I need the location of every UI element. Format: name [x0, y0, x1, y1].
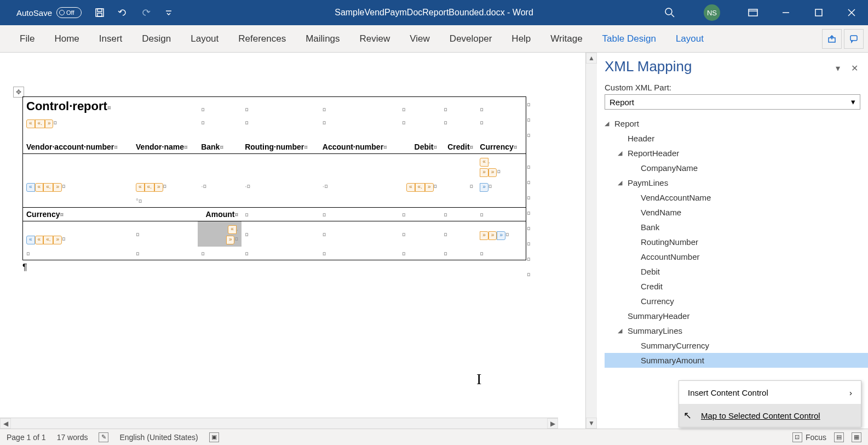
- comments-icon[interactable]: [844, 29, 864, 49]
- tab-insert[interactable]: Insert: [89, 25, 133, 53]
- status-language[interactable]: English (United States): [119, 433, 198, 442]
- autosave-toggle[interactable]: Off: [56, 7, 82, 18]
- redo-icon[interactable]: [140, 7, 152, 19]
- paym-debit-cc[interactable]: .¤: [399, 179, 440, 194]
- horizontal-scrollbar[interactable]: ◀ ▶: [0, 418, 558, 429]
- xml-pane-title: XML Mapping: [605, 58, 827, 75]
- sum-hdr-currency[interactable]: Currency¤: [23, 208, 133, 221]
- document-canvas[interactable]: ✥ Control·report¤ ¤ ¤ ¤ ¤ ¤ ¤ .¤ ¤ ¤: [0, 53, 586, 429]
- view-print-icon[interactable]: ▦: [852, 432, 861, 442]
- paym-currency-cc-top[interactable]: .¤: [476, 154, 526, 180]
- tab-table-layout[interactable]: Layout: [666, 25, 714, 53]
- paym-routing-cc[interactable]: ·¤: [242, 179, 319, 194]
- document-page: Control·report¤ ¤ ¤ ¤ ¤ ¤ ¤ .¤ ¤ ¤ ¤ ¤ ¤…: [3, 85, 542, 272]
- hdr-currency[interactable]: Currency¤: [476, 140, 526, 154]
- svg-rect-6: [749, 9, 757, 16]
- tree-debit[interactable]: Debit: [605, 264, 868, 279]
- tab-view[interactable]: View: [400, 25, 440, 53]
- paym-account-cc[interactable]: ·¤: [319, 179, 399, 194]
- hdr-bank[interactable]: Bank¤: [198, 140, 242, 154]
- status-page[interactable]: Page 1 of 1: [7, 433, 46, 442]
- tab-review[interactable]: Review: [350, 25, 400, 53]
- cursor-icon: ↖: [683, 409, 692, 421]
- hdr-routing[interactable]: Routing·number¤: [242, 140, 319, 154]
- tab-writage[interactable]: Writage: [541, 25, 592, 53]
- tree-summary-lines[interactable]: ◢SummaryLines: [605, 323, 868, 338]
- paym-repeat-open[interactable]: .¤: [23, 154, 133, 195]
- user-avatar[interactable]: NS: [704, 4, 720, 21]
- tree-company-name[interactable]: CompanyName: [605, 161, 868, 175]
- svg-rect-0: [96, 9, 104, 16]
- hdr-vend-name[interactable]: Vendor·name¤: [133, 140, 198, 154]
- tab-references[interactable]: References: [228, 25, 296, 53]
- tab-developer[interactable]: Developer: [440, 25, 502, 53]
- scroll-left-icon[interactable]: ◀: [0, 418, 11, 429]
- summary-repeat-close[interactable]: ¤: [476, 227, 526, 247]
- summary-amount-cc-selected[interactable]: .¤: [198, 221, 242, 247]
- tree-bank[interactable]: Bank: [605, 220, 868, 235]
- pane-close-icon[interactable]: ✕: [848, 62, 860, 75]
- paym-repeat-close[interactable]: ¤: [476, 179, 526, 194]
- quick-access-toolbar: [94, 7, 175, 19]
- view-read-icon[interactable]: ▤: [834, 432, 844, 442]
- tab-home[interactable]: Home: [44, 25, 89, 53]
- status-words[interactable]: 17 words: [57, 433, 88, 442]
- hdr-account[interactable]: Account·number¤: [319, 140, 399, 154]
- vertical-scrollbar[interactable]: ▲ ▼: [586, 53, 597, 429]
- tab-mailings[interactable]: Mailings: [296, 25, 349, 53]
- status-focus[interactable]: ⊡Focus: [792, 432, 826, 442]
- tab-help[interactable]: Help: [502, 25, 541, 53]
- tree-vend-name[interactable]: VendName: [605, 205, 868, 220]
- autosave-label: AutoSave: [16, 8, 52, 18]
- tree-summary-header[interactable]: SummaryHeader: [605, 309, 868, 323]
- undo-icon[interactable]: [117, 7, 129, 19]
- minimize-icon[interactable]: [769, 0, 802, 25]
- tab-file[interactable]: File: [10, 25, 44, 53]
- xml-part-selected: Report: [610, 98, 634, 107]
- chevron-down-icon: ▾: [851, 97, 855, 107]
- tree-header[interactable]: Header: [605, 131, 868, 146]
- scroll-right-icon[interactable]: ▶: [547, 418, 558, 429]
- tree-report[interactable]: ◢Report: [605, 116, 868, 131]
- tree-paym-lines[interactable]: ◢PaymLines: [605, 175, 868, 190]
- doc-title-cell[interactable]: Control·report¤: [23, 97, 198, 116]
- status-macros-icon[interactable]: ▣: [209, 432, 219, 442]
- tree-currency[interactable]: Currency: [605, 294, 868, 309]
- tree-credit[interactable]: Credit: [605, 279, 868, 294]
- svg-point-4: [665, 8, 672, 15]
- tab-table-design[interactable]: Table Design: [593, 25, 666, 53]
- tree-routing-number[interactable]: RoutingNumber: [605, 235, 868, 249]
- share-icon[interactable]: [822, 29, 842, 49]
- save-icon[interactable]: [94, 7, 106, 19]
- scroll-up-icon[interactable]: ▲: [586, 53, 597, 64]
- paym-bank-cc[interactable]: ·¤: [198, 179, 242, 194]
- menu-map-to-selected[interactable]: ↖ Map to Selected Content Control: [679, 404, 861, 427]
- customize-qat-icon[interactable]: [163, 7, 175, 19]
- tree-report-header[interactable]: ◢ReportHeader: [605, 146, 868, 161]
- maximize-icon[interactable]: [802, 0, 835, 25]
- close-icon[interactable]: [835, 0, 868, 25]
- menu-insert-content-control[interactable]: Insert Content Control ›: [679, 381, 861, 404]
- tab-design[interactable]: Design: [132, 25, 181, 53]
- xml-part-select[interactable]: Report ▾: [605, 94, 860, 110]
- status-spellcheck-icon[interactable]: ✎: [99, 432, 108, 442]
- hdr-vend-account[interactable]: Vendor·account·number¤: [23, 140, 133, 154]
- tab-layout[interactable]: Layout: [181, 25, 228, 53]
- scroll-down-icon[interactable]: ▼: [586, 418, 597, 429]
- paym-vendname-cc[interactable]: .¤: [133, 179, 198, 194]
- text-cursor: I: [476, 370, 481, 388]
- sum-hdr-amount[interactable]: Amount¤: [198, 208, 242, 221]
- tree-summary-currency[interactable]: SummaryCurrency: [605, 338, 868, 353]
- summary-repeat-open[interactable]: .¤: [23, 221, 133, 247]
- pane-options-icon[interactable]: ▾: [832, 62, 844, 75]
- hdr-credit[interactable]: Credit¤: [440, 140, 476, 154]
- report-header-cc[interactable]: .¤: [23, 116, 198, 130]
- tree-account-number[interactable]: AccountNumber: [605, 249, 868, 264]
- svg-line-5: [671, 14, 674, 17]
- tree-vend-account-name[interactable]: VendAccountName: [605, 190, 868, 205]
- search-icon[interactable]: [663, 6, 676, 19]
- titlebar-right: NS: [704, 0, 868, 25]
- ribbon-display-icon[interactable]: [737, 0, 769, 25]
- tree-summary-amount[interactable]: SummaryAmount: [605, 353, 868, 368]
- hdr-debit[interactable]: Debit¤: [399, 140, 440, 154]
